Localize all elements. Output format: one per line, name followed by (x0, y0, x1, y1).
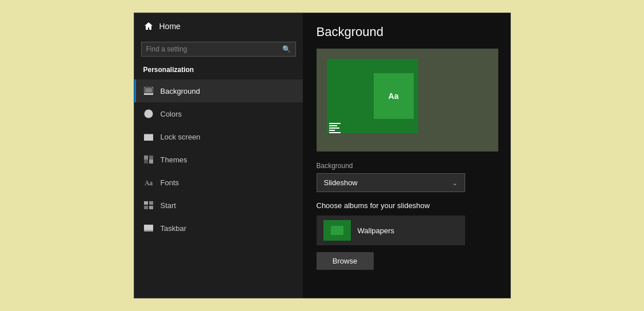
page-title: Background (317, 25, 497, 39)
sidebar-item-label-background: Background (161, 87, 200, 95)
themes-icon (143, 154, 154, 165)
preview-window-sample: Aa (374, 73, 414, 119)
sidebar-item-label-fonts: Fonts (161, 178, 179, 187)
section-label: Personalization (134, 63, 303, 79)
svg-rect-6 (144, 139, 153, 141)
svg-rect-15 (144, 206, 148, 209)
fonts-icon: Aa (143, 177, 154, 188)
bg-dropdown-label: Background (317, 162, 497, 170)
wallpaper-name: Wallpapers (358, 226, 395, 235)
svg-rect-16 (149, 206, 153, 209)
sidebar-item-colors[interactable]: Colors (134, 102, 303, 125)
svg-rect-17 (144, 225, 153, 230)
svg-rect-1 (145, 88, 152, 93)
home-label: Home (159, 22, 181, 31)
svg-rect-9 (149, 156, 153, 160)
colors-icon (143, 109, 154, 119)
taskbar-line-1 (329, 123, 341, 124)
sidebar-item-taskbar[interactable]: Taskbar (134, 217, 303, 240)
taskbar-line-2 (329, 125, 337, 126)
sidebar-item-fonts[interactable]: Aa Fonts (134, 171, 303, 194)
taskbar-line-4 (329, 130, 335, 131)
settings-window: Home 🔍 Personalization Background (134, 13, 511, 298)
sidebar-item-label-themes: Themes (161, 156, 187, 164)
home-icon (143, 21, 154, 31)
svg-rect-8 (144, 156, 148, 160)
sidebar-item-label-lock-screen: Lock screen (161, 133, 201, 141)
search-container: 🔍 (141, 42, 296, 57)
sidebar: Home 🔍 Personalization Background (134, 13, 303, 298)
svg-rect-10 (144, 160, 148, 164)
svg-rect-11 (149, 160, 153, 164)
svg-text:Aa: Aa (145, 179, 153, 187)
lock-screen-icon (143, 131, 154, 142)
preview-box: Aa (317, 49, 498, 151)
sidebar-item-lock-screen[interactable]: Lock screen (134, 125, 303, 148)
svg-rect-13 (144, 201, 148, 205)
dropdown-value: Slideshow (324, 178, 358, 187)
preview-desktop: Aa (327, 59, 418, 133)
background-icon (143, 86, 154, 96)
taskbar-line-5 (329, 132, 341, 133)
svg-rect-2 (144, 93, 153, 95)
wallpaper-thumb-inner (331, 226, 343, 235)
sidebar-item-label-taskbar: Taskbar (161, 224, 187, 233)
browse-button[interactable]: Browse (317, 252, 374, 270)
main-content: Background Aa (303, 13, 510, 298)
choose-albums-label: Choose albums for your slideshow (317, 201, 497, 210)
sidebar-item-start[interactable]: Start (134, 194, 303, 217)
svg-rect-7 (145, 137, 147, 138)
preview-taskbar (327, 123, 418, 133)
wallpaper-thumbnail (323, 220, 351, 241)
home-nav-item[interactable]: Home (134, 13, 303, 39)
taskbar-line-3 (329, 127, 339, 129)
taskbar-icon (143, 223, 154, 233)
preview-taskbar-lines (329, 123, 341, 133)
preview-desktop-area: Aa (327, 59, 418, 133)
chevron-down-icon: ⌄ (452, 179, 458, 187)
sidebar-item-label-colors: Colors (161, 110, 182, 118)
svg-rect-18 (144, 230, 153, 232)
wallpaper-list-item[interactable]: Wallpapers (317, 216, 465, 245)
svg-rect-14 (149, 201, 153, 205)
start-icon (143, 200, 154, 210)
search-icon: 🔍 (282, 45, 291, 53)
sidebar-item-themes[interactable]: Themes (134, 148, 303, 171)
background-type-dropdown[interactable]: Slideshow ⌄ (317, 173, 465, 192)
sidebar-item-label-start: Start (161, 201, 176, 210)
sidebar-item-background[interactable]: Background (134, 79, 303, 102)
search-input[interactable] (146, 45, 282, 53)
